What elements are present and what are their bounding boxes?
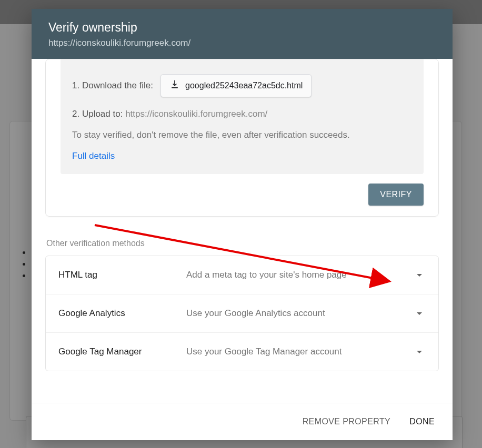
method-desc: Add a meta tag to your site's home page [186, 270, 409, 280]
file-panel: 1. Download the file: googled25243eaa72a… [61, 59, 424, 174]
chevron-down-icon [413, 307, 426, 320]
method-name: Google Analytics [58, 308, 182, 319]
dialog-subtitle: https://iconskouliki.forumgreek.com/ [48, 38, 436, 48]
verify-row: VERIFY [46, 174, 438, 206]
step2-url: https://iconskouliki.forumgreek.com/ [125, 109, 267, 119]
method-google-tag-manager[interactable]: Google Tag Manager Use your Google Tag M… [46, 333, 438, 371]
dialog-header: Verify ownership https://iconskouliki.fo… [32, 9, 453, 59]
method-name: Google Tag Manager [58, 347, 182, 357]
verify-note: To stay verified, don't remove the file,… [72, 130, 412, 140]
download-file-button[interactable]: googled25243eaa72ac5dc.html [160, 74, 312, 97]
dialog-title: Verify ownership [48, 21, 436, 35]
verify-button[interactable]: VERIFY [368, 184, 424, 206]
step2-prefix: 2. Upload to: [72, 109, 125, 119]
step-download: 1. Download the file: googled25243eaa72a… [72, 74, 412, 97]
done-button[interactable]: DONE [407, 413, 437, 431]
method-name: HTML tag [58, 270, 182, 280]
html-file-card: 1. Download the file: googled25243eaa72a… [45, 59, 439, 217]
other-methods-card: HTML tag Add a meta tag to your site's h… [45, 256, 439, 371]
method-desc: Use your Google Analytics account [186, 308, 409, 319]
remove-property-button[interactable]: REMOVE PROPERTY [300, 413, 393, 431]
download-filename: googled25243eaa72ac5dc.html [185, 81, 303, 90]
dialog-footer: REMOVE PROPERTY DONE [32, 403, 453, 440]
download-icon [169, 79, 180, 92]
verify-ownership-dialog: Verify ownership https://iconskouliki.fo… [32, 9, 453, 440]
step1-label: 1. Download the file: [72, 80, 153, 91]
chevron-down-icon [413, 345, 426, 358]
full-details-link[interactable]: Full details [72, 151, 115, 161]
dialog-body-scroll[interactable]: 1. Download the file: googled25243eaa72a… [32, 59, 453, 403]
other-methods-label: Other verification methods [46, 239, 439, 248]
chevron-down-icon [413, 269, 426, 281]
method-desc: Use your Google Tag Manager account [186, 347, 409, 357]
method-google-analytics[interactable]: Google Analytics Use your Google Analyti… [46, 294, 438, 333]
method-html-tag[interactable]: HTML tag Add a meta tag to your site's h… [46, 256, 438, 294]
step-upload: 2. Upload to: https://iconskouliki.forum… [72, 109, 412, 119]
